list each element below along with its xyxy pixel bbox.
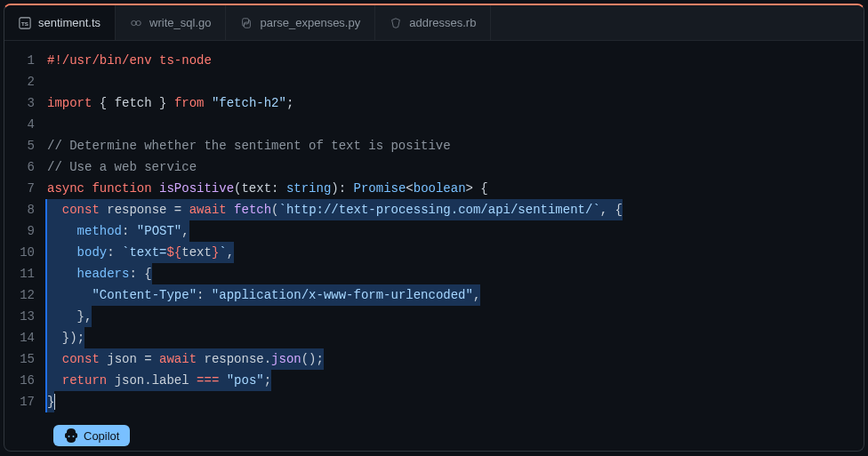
py-icon [240, 17, 253, 29]
tab-label: write_sql.go [149, 16, 211, 29]
tab-label: addresses.rb [409, 16, 476, 29]
copilot-label: Copilot [84, 429, 119, 443]
svg-point-2 [132, 20, 136, 25]
tab-write-sql-go[interactable]: write_sql.go [116, 5, 226, 40]
code-line: 1 #!/usr/bin/env ts-node [4, 50, 864, 71]
tab-addresses-rb[interactable]: addresses.rb [375, 5, 491, 40]
tab-parse-expenses-py[interactable]: parse_expenses.py [226, 5, 375, 40]
svg-text:TS: TS [21, 20, 28, 26]
copilot-icon [64, 428, 78, 443]
ts-icon: TS [19, 17, 31, 29]
tab-label: parse_expenses.py [260, 16, 360, 29]
svg-point-3 [136, 20, 141, 25]
go-icon [130, 17, 142, 29]
copilot-badge[interactable]: Copilot [53, 425, 130, 446]
line-number: 1 [4, 50, 47, 71]
code-editor[interactable]: 1 #!/usr/bin/env ts-node 2 3 import { fe… [4, 41, 864, 421]
tab-sentiment-ts[interactable]: TS sentiment.ts [4, 5, 116, 40]
tab-bar: TS sentiment.ts write_sql.go parse_expen… [4, 5, 864, 41]
rb-icon [390, 17, 402, 29]
tab-label: sentiment.ts [38, 16, 100, 29]
editor-frame: TS sentiment.ts write_sql.go parse_expen… [4, 4, 864, 452]
text-cursor [54, 394, 55, 410]
